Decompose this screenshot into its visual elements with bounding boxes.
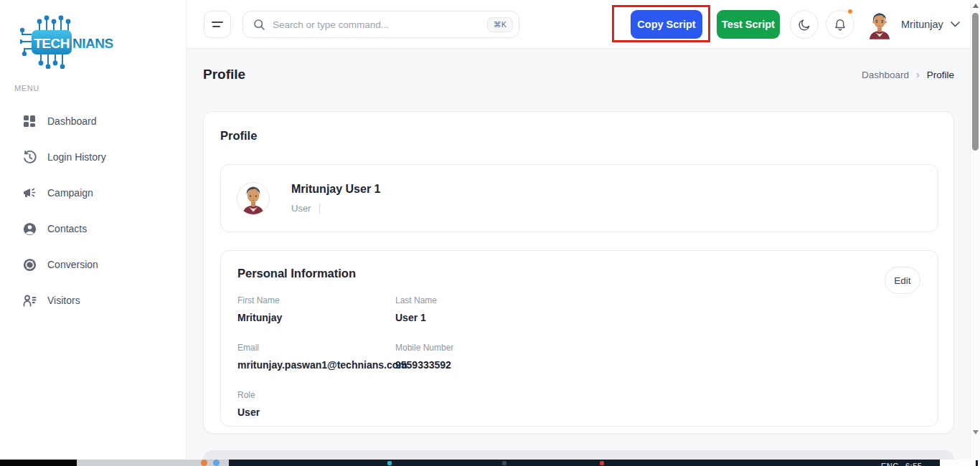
dashboard-grid-icon bbox=[22, 113, 37, 129]
search-input[interactable] bbox=[273, 19, 487, 30]
page-title: Profile bbox=[203, 67, 245, 82]
copy-script-button[interactable]: Copy Script bbox=[631, 10, 702, 39]
scrollbar-down-arrow[interactable] bbox=[973, 430, 979, 434]
taskbar-app-icon bbox=[213, 460, 220, 466]
profile-avatar bbox=[237, 182, 270, 215]
user-dropdown[interactable]: Mritunjay bbox=[901, 0, 960, 49]
sidebar-item-campaign[interactable]: Campaign bbox=[0, 175, 187, 211]
technians-logo-graphic: TECH NIANS bbox=[20, 13, 135, 69]
sidebar-item-login-history[interactable]: Login History bbox=[0, 139, 187, 175]
taskbar-app-icon bbox=[201, 460, 207, 466]
search-icon bbox=[253, 19, 265, 31]
next-card-peek bbox=[203, 450, 954, 460]
user-name-label: Mritunjay bbox=[901, 19, 943, 30]
contact-person-icon bbox=[22, 221, 37, 237]
taskbar-language: ENG bbox=[881, 462, 899, 466]
history-clock-icon bbox=[22, 149, 37, 165]
technians-logo[interactable]: TECH NIANS bbox=[20, 13, 135, 69]
top-header-bar: ⌘K Copy Script Test Script bbox=[187, 0, 970, 49]
notification-badge-dot bbox=[847, 8, 854, 15]
personal-information-heading: Personal Information bbox=[237, 267, 356, 280]
sidebar-item-dashboard[interactable]: Dashboard bbox=[0, 103, 187, 139]
sidebar-item-label: Campaign bbox=[47, 187, 93, 199]
os-taskbar-peek: ENG 6:55 bbox=[0, 460, 980, 466]
sidebar-nav: Dashboard Login History bbox=[0, 103, 187, 318]
scrollbar-thumb[interactable] bbox=[972, 13, 979, 151]
sidebar-item-visitors[interactable]: Visitors bbox=[0, 282, 187, 318]
taskbar-time: 6:55 bbox=[905, 462, 922, 466]
personal-info-fields: First Name Mritunjay Last Name User 1 Em… bbox=[237, 295, 453, 418]
breadcrumb-dashboard-link[interactable]: Dashboard bbox=[862, 70, 909, 80]
breadcrumb-current: Profile bbox=[927, 70, 954, 80]
menu-section-label: MENU bbox=[14, 84, 39, 92]
sidebar-item-label: Visitors bbox=[47, 295, 80, 306]
main-content: Profile Dashboard › Profile Profile bbox=[187, 49, 970, 466]
logo-text-nians: NIANS bbox=[72, 36, 113, 51]
sidebar-item-label: Login History bbox=[47, 151, 106, 163]
visitors-person-list-icon bbox=[22, 293, 37, 308]
profile-user-role: User bbox=[291, 204, 320, 214]
sidebar-item-label: Conversion bbox=[47, 259, 98, 270]
chevron-down-icon bbox=[951, 22, 960, 27]
search-bar[interactable]: ⌘K bbox=[242, 11, 519, 38]
field-mobile-number: Mobile Number 9559333592 bbox=[395, 343, 453, 371]
app-window: TECH NIANS MENU Dashboard bbox=[0, 0, 980, 466]
search-shortcut-badge: ⌘K bbox=[487, 17, 513, 32]
profile-card: Profile Mritunjay User 1 bbox=[203, 111, 954, 434]
sidebar-item-label: Dashboard bbox=[47, 115, 97, 127]
sidebar-item-conversion[interactable]: Conversion bbox=[0, 247, 187, 282]
breadcrumb-separator-icon: › bbox=[916, 69, 920, 80]
field-first-name: First Name Mritunjay bbox=[237, 295, 395, 323]
field-email: Email mritunjay.paswan1@technians.com bbox=[237, 343, 395, 371]
sidebar-toggle-button[interactable] bbox=[204, 11, 231, 38]
scrollbar-up-arrow[interactable] bbox=[973, 4, 979, 8]
vertical-scrollbar[interactable] bbox=[970, 0, 980, 460]
user-avatar[interactable] bbox=[865, 9, 894, 39]
moon-icon bbox=[798, 18, 811, 32]
bell-icon bbox=[834, 18, 847, 32]
field-last-name: Last Name User 1 bbox=[395, 295, 453, 323]
conversion-arrows-icon bbox=[22, 257, 37, 272]
profile-user-name: Mritunjay User 1 bbox=[291, 183, 380, 196]
breadcrumb: Dashboard › Profile bbox=[862, 69, 954, 80]
edit-button[interactable]: Edit bbox=[885, 267, 920, 294]
sidebar-item-label: Contacts bbox=[47, 223, 87, 234]
dark-mode-toggle[interactable] bbox=[790, 10, 819, 39]
field-role: Role User bbox=[237, 390, 395, 418]
user-summary-card: Mritunjay User 1 User bbox=[220, 164, 938, 232]
sidebar: TECH NIANS MENU Dashboard bbox=[0, 0, 187, 460]
personal-information-card: Personal Information Edit First Name Mri… bbox=[220, 250, 938, 427]
megaphone-icon bbox=[22, 185, 37, 201]
sidebar-item-contacts[interactable]: Contacts bbox=[0, 211, 187, 247]
profile-card-heading: Profile bbox=[220, 129, 257, 143]
test-script-button[interactable]: Test Script bbox=[717, 10, 780, 39]
logo-text-tech: TECH bbox=[34, 36, 70, 51]
menu-toggle-icon bbox=[212, 22, 223, 23]
